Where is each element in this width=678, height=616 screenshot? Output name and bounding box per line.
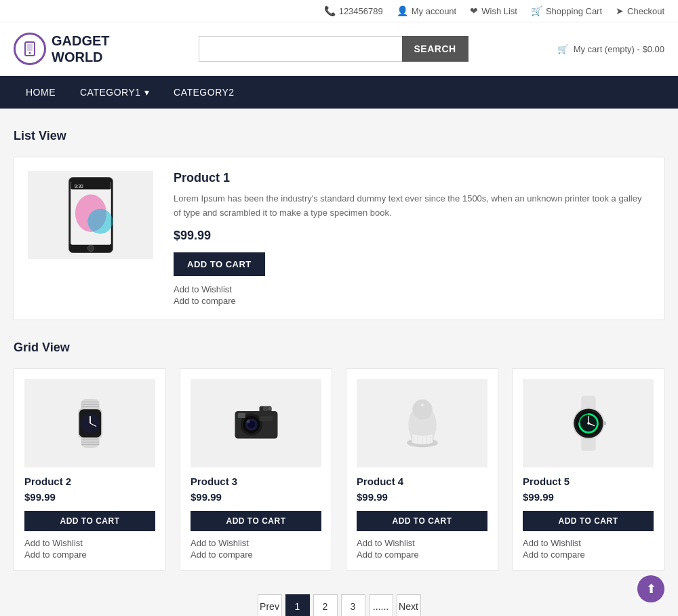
pagination: Prev 1 2 3 ...... Next bbox=[14, 594, 664, 616]
svg-rect-2 bbox=[27, 44, 33, 51]
wish-list-label: Wish List bbox=[481, 6, 517, 16]
product3-add-compare[interactable]: Add to compare bbox=[191, 550, 321, 560]
product3-links: Add to Wishlist Add to compare bbox=[191, 538, 321, 560]
search-input[interactable] bbox=[199, 36, 402, 62]
product2-links: Add to Wishlist Add to compare bbox=[24, 538, 155, 560]
grid-item-1: Product 3 $99.99 ADD TO CART Add to Wish… bbox=[180, 368, 332, 571]
product1-add-wishlist[interactable]: Add to Wishlist bbox=[174, 284, 650, 294]
svg-text:9:30: 9:30 bbox=[75, 184, 83, 189]
product1-add-compare[interactable]: Add to compare bbox=[174, 296, 650, 306]
product3-image bbox=[191, 379, 321, 467]
grid-view: Product 2 $99.99 ADD TO CART Add to Wish… bbox=[14, 368, 664, 571]
nav-category2-label: CATEGORY2 bbox=[174, 87, 235, 98]
product1-links: Add to Wishlist Add to compare bbox=[174, 284, 650, 306]
logo-text: GADGET WORLD bbox=[52, 33, 110, 65]
product4-add-to-cart[interactable]: ADD TO CART bbox=[357, 511, 487, 531]
product5-image bbox=[523, 379, 654, 467]
svg-point-29 bbox=[246, 419, 250, 423]
product3-add-to-cart[interactable]: ADD TO CART bbox=[191, 511, 321, 531]
pagination-dots: ...... bbox=[369, 594, 393, 616]
product1-name: Product 1 bbox=[174, 171, 650, 185]
svg-rect-32 bbox=[238, 412, 245, 417]
product3-name: Product 3 bbox=[191, 476, 321, 487]
pagination-page-3[interactable]: 3 bbox=[341, 594, 365, 616]
product1-add-to-cart[interactable]: ADD TO CART bbox=[174, 252, 265, 276]
grid-view-title: Grid View bbox=[14, 341, 664, 355]
nav-category1[interactable]: CATEGORY1 ▾ bbox=[68, 76, 161, 109]
nav-home-label: HOME bbox=[26, 87, 56, 98]
shopping-cart-label: Shopping Cart bbox=[546, 6, 602, 16]
product5-name: Product 5 bbox=[523, 476, 654, 487]
product1-details: Product 1 Lorem Ipsum has been the indus… bbox=[174, 171, 650, 306]
product2-image bbox=[24, 379, 155, 467]
product5-add-wishlist[interactable]: Add to Wishlist bbox=[523, 538, 654, 548]
product4-links: Add to Wishlist Add to compare bbox=[357, 538, 487, 560]
svg-rect-31 bbox=[259, 416, 273, 421]
grid-item-0: Product 2 $99.99 ADD TO CART Add to Wish… bbox=[14, 368, 166, 571]
product4-add-compare[interactable]: Add to compare bbox=[357, 550, 487, 560]
topbar-wishlist[interactable]: ❤ Wish List bbox=[470, 5, 517, 16]
topbar-shopping-cart[interactable]: 🛒 Shopping Cart bbox=[531, 5, 602, 16]
product1-desc: Lorem Ipsum has been the industry's stan… bbox=[174, 192, 650, 220]
product5-price: $99.99 bbox=[523, 491, 654, 503]
product5-add-to-cart[interactable]: ADD TO CART bbox=[523, 511, 654, 531]
pagination-page-2[interactable]: 2 bbox=[313, 594, 338, 616]
product1-price: $99.99 bbox=[174, 229, 650, 243]
search-button[interactable]: SEARCH bbox=[402, 36, 468, 62]
phone-icon: 📞 bbox=[324, 5, 336, 16]
header-cart[interactable]: 🛒 My cart (empty) - $0.00 bbox=[557, 44, 664, 54]
product1-image: 9:30 bbox=[28, 171, 153, 259]
search-area: SEARCH bbox=[199, 36, 468, 62]
product2-name: Product 2 bbox=[24, 476, 155, 487]
chevron-up-icon: ⬆ bbox=[646, 581, 656, 596]
header: GADGET WORLD SEARCH 🛒 My cart (empty) - … bbox=[0, 22, 678, 76]
svg-point-36 bbox=[412, 399, 432, 419]
pagination-next[interactable]: Next bbox=[397, 594, 421, 616]
topbar: 📞 123456789 👤 My account ❤ Wish List 🛒 S… bbox=[0, 0, 678, 22]
topbar-phone[interactable]: 📞 123456789 bbox=[324, 5, 383, 16]
product2-add-compare[interactable]: Add to compare bbox=[24, 550, 155, 560]
main-content: List View 9:30 Product 1 Lorem Ipsum has… bbox=[0, 109, 678, 616]
grid-item-3: Product 5 $99.99 ADD TO CART Add to Wish… bbox=[512, 368, 664, 571]
product4-add-wishlist[interactable]: Add to Wishlist bbox=[357, 538, 487, 548]
topbar-checkout[interactable]: ➤ Checkout bbox=[616, 5, 664, 16]
heart-icon: ❤ bbox=[470, 5, 478, 16]
svg-point-52 bbox=[587, 422, 590, 425]
phone-number: 123456789 bbox=[339, 6, 383, 16]
svg-point-34 bbox=[268, 406, 271, 410]
product3-price: $99.99 bbox=[191, 491, 321, 503]
list-view-item: 9:30 Product 1 Lorem Ipsum has been the … bbox=[14, 157, 664, 320]
cart-icon: 🛒 bbox=[531, 5, 542, 16]
nav-category2[interactable]: CATEGORY2 bbox=[161, 76, 247, 109]
my-account-label: My account bbox=[412, 6, 456, 16]
svg-point-10 bbox=[87, 245, 94, 251]
grid-item-2: Product 4 $99.99 ADD TO CART Add to Wish… bbox=[346, 368, 498, 571]
checkout-icon: ➤ bbox=[616, 5, 624, 16]
nav-category1-label: CATEGORY1 bbox=[80, 87, 141, 98]
back-to-top-button[interactable]: ⬆ bbox=[637, 575, 664, 602]
product5-add-compare[interactable]: Add to compare bbox=[523, 550, 654, 560]
product4-price: $99.99 bbox=[357, 491, 487, 503]
logo-icon bbox=[14, 33, 46, 65]
product5-links: Add to Wishlist Add to compare bbox=[523, 538, 654, 560]
svg-point-37 bbox=[420, 403, 424, 406]
nav-home[interactable]: HOME bbox=[14, 76, 68, 109]
pagination-prev[interactable]: Prev bbox=[258, 594, 282, 616]
product4-name: Product 4 bbox=[357, 476, 487, 487]
product3-add-wishlist[interactable]: Add to Wishlist bbox=[191, 538, 321, 548]
product2-add-wishlist[interactable]: Add to Wishlist bbox=[24, 538, 155, 548]
topbar-account[interactable]: 👤 My account bbox=[397, 5, 456, 16]
chevron-down-icon: ▾ bbox=[144, 87, 150, 98]
list-view-title: List View bbox=[14, 129, 664, 143]
cart-icon-header: 🛒 bbox=[557, 44, 568, 54]
logo-line1: GADGET bbox=[52, 33, 110, 49]
product4-image bbox=[357, 379, 487, 467]
pagination-page-1[interactable]: 1 bbox=[285, 594, 310, 616]
product2-price: $99.99 bbox=[24, 491, 155, 503]
logo-line2: WORLD bbox=[52, 49, 110, 65]
svg-rect-53 bbox=[603, 421, 606, 425]
account-icon: 👤 bbox=[397, 5, 408, 16]
logo[interactable]: GADGET WORLD bbox=[14, 33, 110, 65]
navbar: HOME CATEGORY1 ▾ CATEGORY2 bbox=[0, 76, 678, 109]
product2-add-to-cart[interactable]: ADD TO CART bbox=[24, 511, 155, 531]
